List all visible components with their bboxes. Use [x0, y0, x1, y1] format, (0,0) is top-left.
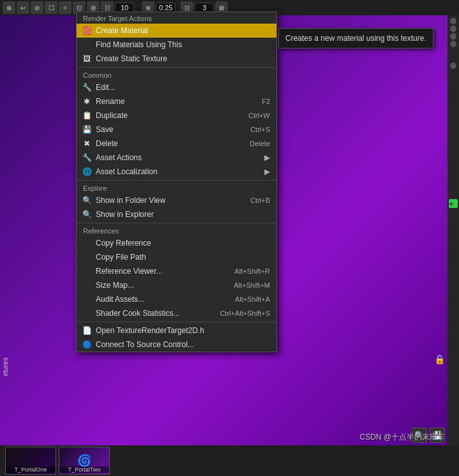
menu-item-reference-viewer[interactable]: Reference Viewer... Alt+Shift+R	[77, 264, 276, 278]
right-sidebar: +	[448, 15, 459, 476]
toolbar-icon-1: ⊕	[3, 1, 15, 14]
create-material-label: Create Material	[96, 26, 148, 35]
thumbnail-1-label: T_PortalOne	[6, 466, 56, 473]
menu-section-common: Common	[77, 69, 276, 80]
edit-label: Edit...	[96, 83, 116, 92]
duplicate-icon: 📋	[82, 110, 92, 121]
create-static-texture-label: Create Static Texture	[96, 54, 167, 63]
shader-cook-shortcut: Ctrl+Alt+Shift+S	[220, 309, 270, 317]
shader-cook-label: Shader Cook Statistics...	[96, 309, 179, 318]
thumbnail-2-label: T_PortalTwo	[59, 466, 109, 473]
toolbar-icon-5: ✧	[59, 1, 71, 14]
menu-section-explore: Explore	[77, 182, 276, 193]
create-static-texture-icon: 🖼	[82, 54, 92, 64]
show-folder-icon: 🔍	[82, 195, 92, 205]
context-menu: Render Target Actions 🧱 Create Material …	[76, 11, 277, 352]
menu-item-copy-file-path[interactable]: Copy File Path	[77, 250, 276, 264]
divider-4	[77, 322, 276, 322]
reference-viewer-icon	[82, 266, 92, 276]
show-folder-label: Show in Folder View	[96, 196, 165, 205]
audit-assets-icon	[82, 294, 92, 304]
menu-section-references: References	[77, 225, 276, 236]
size-map-icon	[82, 280, 92, 290]
menu-item-show-folder[interactable]: 🔍 Show in Folder View Ctrl+B	[77, 193, 276, 207]
menu-item-create-material[interactable]: 🧱 Create Material	[77, 24, 276, 38]
connect-source-label: Connect To Source Control...	[96, 340, 194, 349]
audit-assets-label: Audit Assets...	[96, 295, 144, 304]
toolbar-icon-2: ↩	[17, 1, 29, 14]
divider-3	[77, 223, 276, 223]
show-explorer-icon: 🔍	[82, 209, 92, 219]
tooltip-text: Creates a new material using this textur…	[285, 34, 426, 43]
menu-item-save[interactable]: 💾 Save Ctrl+S	[77, 123, 276, 137]
shader-cook-icon	[82, 308, 92, 318]
create-material-icon: 🧱	[82, 26, 92, 36]
asset-localization-icon: 🌐	[82, 167, 92, 177]
tooltip: Creates a new material using this textur…	[278, 28, 433, 48]
delete-label: Delete	[96, 139, 118, 148]
delete-shortcut: Delete	[250, 140, 270, 147]
menu-item-open-header[interactable]: 📄 Open TextureRenderTarget2D.h	[77, 324, 276, 338]
rename-label: Rename	[96, 97, 124, 106]
divider-1	[77, 67, 276, 68]
save-shortcut: Ctrl+S	[250, 126, 270, 133]
menu-item-audit-assets[interactable]: Audit Assets... Alt+Shift+A	[77, 292, 276, 306]
copy-reference-icon	[82, 238, 92, 248]
menu-item-duplicate[interactable]: 📋 Duplicate Ctrl+W	[77, 108, 276, 123]
menu-item-show-explorer[interactable]: 🔍 Show in Explorer	[77, 207, 276, 221]
lock-icon[interactable]: 🔒	[434, 354, 445, 364]
reference-viewer-shortcut: Alt+Shift+R	[234, 267, 270, 275]
asset-localization-label: Asset Localization	[96, 167, 158, 176]
duplicate-shortcut: Ctrl+W	[248, 112, 270, 119]
save-icon: 💾	[82, 124, 92, 135]
sidebar-item-2	[450, 26, 456, 32]
asset-actions-icon: 🔧	[82, 152, 92, 163]
menu-item-asset-localization[interactable]: 🌐 Asset Localization ▶	[77, 165, 276, 179]
toolbar-icon-3: ⊘	[31, 1, 43, 14]
size-map-label: Size Map...	[96, 281, 134, 290]
menu-item-rename[interactable]: ✱ Rename F2	[77, 94, 276, 108]
asset-actions-arrow: ▶	[264, 153, 270, 162]
toolbar-icon-4: ☐	[45, 1, 57, 14]
show-folder-shortcut: Ctrl+B	[250, 197, 270, 204]
menu-item-edit[interactable]: 🔧 Edit...	[77, 80, 276, 94]
rename-shortcut: F2	[262, 98, 270, 105]
menu-item-connect-source[interactable]: 🔵 Connect To Source Control...	[77, 338, 276, 352]
thumbnail-1[interactable]: T_PortalOne	[5, 447, 56, 475]
open-header-icon: 📄	[82, 325, 92, 336]
find-materials-label: Find Materials Using This	[96, 40, 182, 49]
show-explorer-label: Show in Explorer	[96, 210, 154, 219]
menu-item-delete[interactable]: ✖ Delete Delete	[77, 137, 276, 151]
divider-2	[77, 180, 276, 181]
sidebar-item-1	[450, 18, 456, 24]
edit-icon: 🔧	[82, 82, 92, 93]
menu-item-shader-cook[interactable]: Shader Cook Statistics... Ctrl+Alt+Shift…	[77, 306, 276, 320]
asset-localization-arrow: ▶	[264, 167, 270, 176]
duplicate-label: Duplicate	[96, 111, 128, 120]
left-panel-label: xtures	[1, 357, 9, 376]
copy-file-path-icon	[82, 252, 92, 262]
menu-item-size-map[interactable]: Size Map... Alt+Shift+M	[77, 278, 276, 292]
sidebar-item-4	[450, 41, 456, 47]
copy-reference-label: Copy Reference	[96, 239, 151, 248]
open-header-label: Open TextureRenderTarget2D.h	[96, 326, 204, 335]
menu-item-asset-actions[interactable]: 🔧 Asset Actions ▶	[77, 151, 276, 165]
copy-file-path-label: Copy File Path	[96, 253, 146, 262]
audit-assets-shortcut: Alt+Shift+A	[235, 295, 270, 303]
save-label: Save	[96, 125, 113, 134]
bottom-bar: T_PortalOne 🌀 T_PortalTwo	[0, 445, 459, 476]
asset-actions-label: Asset Actions	[96, 153, 142, 162]
sidebar-green-button[interactable]: +	[449, 199, 458, 208]
reference-viewer-label: Reference Viewer...	[96, 267, 163, 276]
menu-item-find-materials[interactable]: Find Materials Using This	[77, 38, 276, 52]
menu-item-create-static-texture[interactable]: 🖼 Create Static Texture	[77, 52, 276, 66]
menu-section-render-target: Render Target Actions	[77, 12, 276, 24]
delete-icon: ✖	[82, 138, 92, 149]
rename-icon: ✱	[82, 96, 92, 107]
sidebar-item-5	[450, 63, 456, 69]
thumbnail-2[interactable]: 🌀 T_PortalTwo	[59, 447, 110, 475]
size-map-shortcut: Alt+Shift+M	[234, 281, 270, 289]
watermark: CSDN @十点半的末班车	[359, 432, 445, 443]
connect-source-icon: 🔵	[82, 339, 92, 350]
menu-item-copy-reference[interactable]: Copy Reference	[77, 236, 276, 250]
